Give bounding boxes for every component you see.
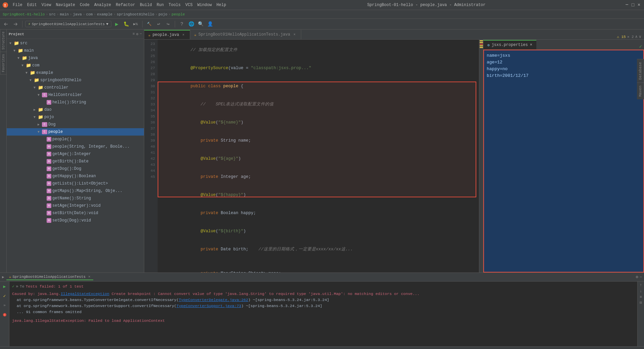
run-config-selector[interactable]: ⚡ SpringBoot01HelloApplicationTests ▼: [25, 21, 111, 27]
tab-people-java[interactable]: ☕ people.java ×: [144, 30, 190, 39]
scroll-down-btn[interactable]: ↓: [640, 289, 642, 294]
tree-item-example[interactable]: ▼ 📁 example: [7, 69, 144, 77]
tree-item-getbirth[interactable]: ▶ m getBirth():Date: [7, 158, 144, 165]
menu-vcs[interactable]: VCS: [183, 2, 195, 8]
tree-label: getHappy():Boolean: [52, 174, 96, 179]
code-line-35: [160, 258, 476, 264]
favorites-tab[interactable]: Favorites: [0, 52, 6, 74]
tree-item-src[interactable]: ▼ 📁 src: [7, 40, 144, 47]
debug-button[interactable]: 🐛: [122, 20, 130, 28]
tree-item-getdog[interactable]: ▶ m getDog():Dog: [7, 165, 144, 172]
tree-item-java[interactable]: ▼ 📁 java: [7, 54, 144, 62]
settings-icon[interactable]: ⚙: [636, 275, 638, 280]
tree-item-setbirth[interactable]: ▶ m setBirth(Date):void: [7, 209, 144, 217]
tree-item-com[interactable]: ▼ 📁 com: [7, 62, 144, 69]
tab-jsxs-properties[interactable]: ⚙ jsxs.properties ×: [483, 40, 536, 49]
tab-close-btn[interactable]: ×: [88, 275, 91, 279]
minimize-button[interactable]: −: [625, 3, 629, 7]
tree-item-getname[interactable]: ▶ m getName():String: [7, 195, 144, 202]
breadcrumb-item[interactable]: com: [86, 12, 93, 16]
tab-close-btn[interactable]: ×: [292, 32, 297, 37]
tree-item-people-constructor[interactable]: ▶ m people(): [7, 136, 144, 143]
project-close-btn[interactable]: −: [140, 32, 142, 36]
menu-analyze[interactable]: Analyze: [92, 2, 113, 8]
minimize-panel-btn[interactable]: −: [640, 275, 642, 280]
tab-springboot-tests[interactable]: ☕ SpringBoot01HelloApplicationTests.java…: [190, 30, 301, 39]
breadcrumb-item[interactable]: SpringBoot-01-hello: [3, 12, 45, 16]
tree-item-springboot01hello[interactable]: ▼ 📁 springboot01hello: [7, 77, 144, 84]
breadcrumb-item[interactable]: pojo: [159, 12, 167, 16]
tree-item-gethappy[interactable]: ▶ m getHappy():Boolean: [7, 172, 144, 180]
code-content-area[interactable]: // 加载指定的配置文件 @PropertySource(value = "cl…: [158, 40, 479, 272]
redo-btn[interactable]: ↪: [164, 20, 172, 28]
run-button[interactable]: ▶: [113, 20, 121, 28]
breadcrumb-item[interactable]: springboot01hello: [117, 12, 154, 16]
tree-item-getlists[interactable]: ▶ m getLists():List<Object>: [7, 180, 144, 187]
translate-btn[interactable]: 🌐: [187, 20, 195, 28]
tree-item-hello-method[interactable]: ▶ m hello():String: [7, 99, 144, 106]
project-collapse-all-btn[interactable]: ≡: [132, 32, 135, 36]
tree-item-dao[interactable]: ▶ 📁 dao: [7, 106, 144, 113]
tree-item-people-constructor2[interactable]: ▶ m people(String, Integer, Boole...: [7, 143, 144, 150]
filter-icon[interactable]: ⊡: [640, 300, 642, 305]
run-btn[interactable]: ▶: [1, 283, 8, 290]
menu-tools[interactable]: Tools: [167, 2, 183, 8]
maximize-button[interactable]: □: [631, 3, 635, 7]
menu-build[interactable]: Build: [138, 2, 154, 8]
project-settings-btn[interactable]: ⚙: [136, 32, 139, 36]
tree-item-hellcontroller[interactable]: ▼ C HellController: [7, 91, 144, 99]
trace-link-2[interactable]: TypeConverterSupport.java:73: [176, 304, 241, 308]
line-num: 33: [144, 101, 155, 107]
breadcrumb-item[interactable]: java: [73, 12, 82, 16]
expand-btn[interactable]: »: [1, 302, 8, 309]
tree-label: java: [28, 56, 38, 60]
exception-link[interactable]: IllegalStateException: [61, 292, 109, 296]
tree-item-setage[interactable]: ▶ m setAge(Integer):void: [7, 202, 144, 209]
menu-edit[interactable]: Edit: [25, 2, 39, 8]
menu-view[interactable]: View: [40, 2, 53, 8]
breadcrumb: SpringBoot-01-hello › src › main › java …: [0, 10, 644, 19]
tree-item-getage[interactable]: ▶ m getAge():Integer: [7, 150, 144, 158]
structure-tab[interactable]: Structure: [0, 30, 6, 52]
undo-btn[interactable]: ↩: [155, 20, 163, 28]
scroll-down-btn[interactable]: ∨: [639, 34, 641, 39]
tree-item-controller[interactable]: ▼ 📁 controller: [7, 84, 144, 91]
menu-run[interactable]: Run: [155, 2, 166, 8]
breadcrumb-item[interactable]: src: [49, 12, 56, 16]
tab-close-btn[interactable]: ×: [530, 43, 532, 47]
menu-help[interactable]: Help: [214, 2, 228, 8]
tree-item-pojo[interactable]: ▼ 📁 pojo: [7, 113, 144, 121]
tree-item-dog[interactable]: ▶ C Dog: [7, 121, 144, 128]
menu-code[interactable]: Code: [78, 2, 92, 8]
scroll-up-btn[interactable]: ↑: [640, 283, 642, 288]
tree-item-main[interactable]: ▼ 📁 main: [7, 47, 144, 54]
toolbar-back-btn[interactable]: [2, 20, 10, 28]
menu-file[interactable]: File: [11, 2, 24, 8]
help-btn[interactable]: ?: [178, 20, 186, 28]
breadcrumb-item[interactable]: people: [172, 12, 185, 16]
coverage-button[interactable]: ▶%: [131, 20, 140, 28]
tree-item-getmaps[interactable]: ▶ m getMaps():Map<String, Obje...: [7, 187, 144, 195]
maven-tab[interactable]: Maven: [637, 83, 644, 99]
database-tab[interactable]: Database: [637, 59, 644, 83]
expand-arrow: ▼: [17, 56, 21, 60]
scroll-up-btn[interactable]: ∧: [635, 34, 638, 39]
menu-window[interactable]: Window: [195, 2, 214, 8]
toolbar-forward-btn[interactable]: [11, 20, 19, 28]
test-result-icon[interactable]: ✓: [1, 292, 8, 300]
breadcrumb-item[interactable]: main: [60, 12, 68, 16]
menu-navigate[interactable]: Navigate: [54, 2, 77, 8]
trace-link-1[interactable]: TypeConverterDelegate.java:262: [179, 298, 248, 302]
close-button[interactable]: ×: [637, 3, 641, 7]
menu-refactor[interactable]: Refactor: [114, 2, 137, 8]
search-btn[interactable]: 🔍: [197, 20, 205, 28]
sort-icon[interactable]: ≡: [640, 295, 642, 299]
tree-item-people[interactable]: ▼ C people: [7, 128, 144, 136]
user-btn[interactable]: 👤: [206, 20, 214, 28]
build-btn[interactable]: 🔨: [145, 20, 153, 28]
tree-item-setdog[interactable]: ▶ m setDog(Dog):void: [7, 217, 144, 224]
var-text: name;: [238, 138, 251, 143]
tab-close-btn[interactable]: ×: [181, 33, 186, 37]
run-tab-springboot-tests[interactable]: ☕ SpringBoot01HelloApplicationTests ×: [6, 274, 93, 280]
breadcrumb-item[interactable]: example: [97, 12, 112, 16]
